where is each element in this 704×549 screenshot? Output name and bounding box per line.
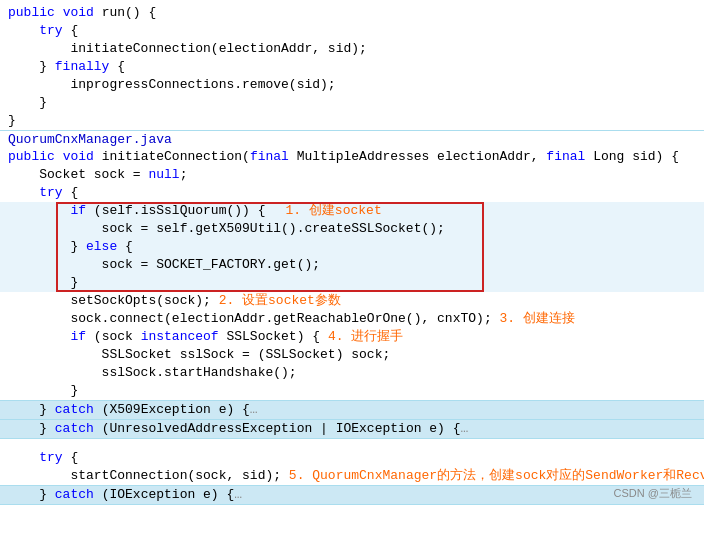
code-container: public void run() { try { initiateConnec… [0,0,704,509]
keyword: public [8,4,55,22]
code-line: public void run() { [0,4,704,22]
code-line: } [0,112,704,130]
code-line: public void initiateConnection(final Mul… [0,148,704,166]
empty-line [0,439,704,449]
code-line: try { [0,449,704,467]
watermark: CSDN @三栀兰 [614,486,692,501]
catch-line: } catch (UnresolvedAddressException | IO… [0,420,704,438]
separator [0,504,704,505]
code-line: } [0,382,704,400]
code-line: } [0,94,704,112]
code-line: try { [0,184,704,202]
code-line: Socket sock = null; [0,166,704,184]
red-box-container: if (self.isSslQuorum()) { 1. 创建socket so… [0,202,704,292]
code-line: SSLSocket sslSock = (SSLSocket) sock; [0,346,704,364]
code-line: sock = SOCKET_FACTORY.get(); [0,256,704,274]
code-line: sslSock.startHandshake(); [0,364,704,382]
keyword: void [63,4,94,22]
code-line: if (sock instanceof SSLSocket) { 4. 进行握手 [0,328,704,346]
file-label: QuorumCnxManager.java [0,131,704,148]
code-line: if (self.isSslQuorum()) { 1. 创建socket [0,202,704,220]
code-line: inprogressConnections.remove(sid); [0,76,704,94]
code-line: startConnection(sock, sid); 5. QuorumCnx… [0,467,704,485]
catch-line: } catch (X509Exception e) {… [0,401,704,419]
code-line: initiateConnection(electionAddr, sid); [0,40,704,58]
code-line: } finally { [0,58,704,76]
code-line: sock.connect(electionAddr.getReachableOr… [0,310,704,328]
code-line: sock = self.getX509Util().createSSLSocke… [0,220,704,238]
catch-line: } catch (IOException e) {… [0,486,704,504]
code-line: try { [0,22,704,40]
code-line: } [0,274,704,292]
code-line: } else { [0,238,704,256]
keyword: finally [55,58,110,76]
code-line: setSockOpts(sock); 2. 设置socket参数 [0,292,704,310]
keyword: try [39,22,62,40]
